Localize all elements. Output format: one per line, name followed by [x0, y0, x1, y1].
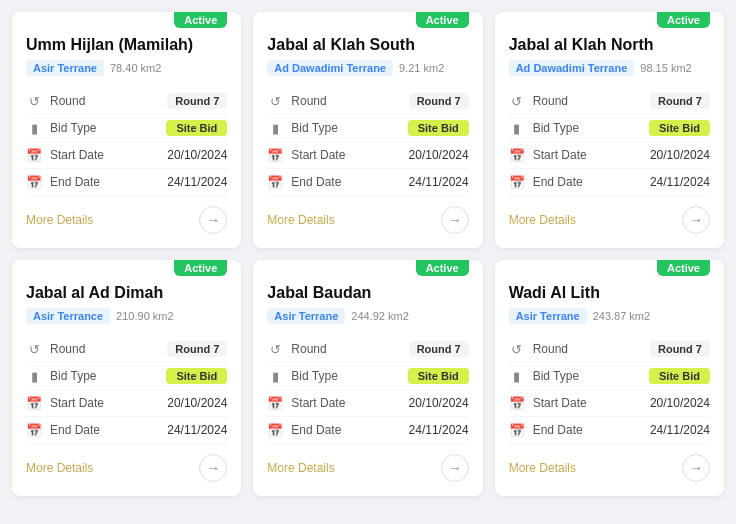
round-icon: ↺: [509, 93, 525, 109]
area-text: 98.15 km2: [640, 62, 691, 74]
bid-type-icon: ▮: [26, 368, 42, 384]
end-date-label: End Date: [50, 423, 100, 437]
round-icon: ↺: [26, 93, 42, 109]
start-date-label: Start Date: [533, 396, 587, 410]
round-icon: ↺: [267, 93, 283, 109]
card-meta: Asir Terrance 210.90 km2: [26, 308, 227, 324]
round-label: Round: [50, 342, 85, 356]
start-date-label: Start Date: [291, 148, 345, 162]
start-date-icon: 📅: [267, 147, 283, 163]
end-date-row: 📅 End Date 24/11/2024: [509, 417, 710, 444]
details-arrow-button[interactable]: →: [682, 454, 710, 482]
bid-type-icon: ▮: [509, 120, 525, 136]
bid-type-value: Site Bid: [649, 120, 710, 136]
start-date-label: Start Date: [50, 396, 104, 410]
start-date-label: Start Date: [291, 396, 345, 410]
bid-type-value: Site Bid: [166, 368, 227, 384]
bid-type-row: ▮ Bid Type Site Bid: [26, 363, 227, 390]
round-value: Round 7: [650, 341, 710, 357]
bid-type-icon: ▮: [509, 368, 525, 384]
card-title: Umm Hijlan (Mamilah): [26, 36, 227, 54]
active-badge: Active: [416, 12, 469, 28]
more-details-link[interactable]: More Details: [509, 213, 576, 227]
terrain-badge: Asir Terrane: [267, 308, 345, 324]
end-date-value: 24/11/2024: [167, 175, 227, 189]
round-row: ↺ Round Round 7: [267, 336, 468, 363]
card-card-2: Active Jabal al Klah South Ad Dawadimi T…: [253, 12, 482, 248]
end-date-label: End Date: [291, 175, 341, 189]
round-row: ↺ Round Round 7: [26, 336, 227, 363]
more-details-link[interactable]: More Details: [26, 213, 93, 227]
terrain-badge: Asir Terrance: [26, 308, 110, 324]
more-details-link[interactable]: More Details: [267, 461, 334, 475]
start-date-icon: 📅: [509, 395, 525, 411]
start-date-row: 📅 Start Date 20/10/2024: [26, 142, 227, 169]
terrain-badge: Asir Terrane: [509, 308, 587, 324]
bid-type-label: Bid Type: [50, 121, 96, 135]
end-date-icon: 📅: [509, 174, 525, 190]
start-date-value: 20/10/2024: [650, 148, 710, 162]
card-footer: More Details →: [509, 454, 710, 482]
round-icon: ↺: [267, 341, 283, 357]
bid-type-icon: ▮: [267, 368, 283, 384]
end-date-icon: 📅: [267, 174, 283, 190]
active-badge: Active: [657, 12, 710, 28]
start-date-label: Start Date: [533, 148, 587, 162]
bid-type-label: Bid Type: [533, 369, 579, 383]
start-date-icon: 📅: [26, 395, 42, 411]
details-arrow-button[interactable]: →: [441, 206, 469, 234]
area-text: 244.92 km2: [351, 310, 408, 322]
more-details-link[interactable]: More Details: [267, 213, 334, 227]
start-date-value: 20/10/2024: [167, 148, 227, 162]
area-text: 78.40 km2: [110, 62, 161, 74]
end-date-value: 24/11/2024: [650, 423, 710, 437]
card-card-6: Active Wadi Al Lith Asir Terrane 243.87 …: [495, 260, 724, 496]
bid-type-value: Site Bid: [649, 368, 710, 384]
round-icon: ↺: [509, 341, 525, 357]
round-value: Round 7: [650, 93, 710, 109]
start-date-value: 20/10/2024: [650, 396, 710, 410]
round-label: Round: [533, 94, 568, 108]
end-date-value: 24/11/2024: [409, 175, 469, 189]
end-date-row: 📅 End Date 24/11/2024: [267, 169, 468, 196]
round-label: Round: [291, 342, 326, 356]
more-details-link[interactable]: More Details: [509, 461, 576, 475]
details-arrow-button[interactable]: →: [441, 454, 469, 482]
start-date-icon: 📅: [509, 147, 525, 163]
terrain-badge: Ad Dawadimi Terrane: [267, 60, 393, 76]
details-arrow-button[interactable]: →: [199, 454, 227, 482]
round-label: Round: [50, 94, 85, 108]
start-date-label: Start Date: [50, 148, 104, 162]
details-arrow-button[interactable]: →: [682, 206, 710, 234]
end-date-label: End Date: [533, 175, 583, 189]
bid-type-value: Site Bid: [408, 368, 469, 384]
start-date-value: 20/10/2024: [167, 396, 227, 410]
more-details-link[interactable]: More Details: [26, 461, 93, 475]
active-badge: Active: [657, 260, 710, 276]
end-date-icon: 📅: [509, 422, 525, 438]
area-text: 243.87 km2: [593, 310, 650, 322]
card-footer: More Details →: [509, 206, 710, 234]
bid-type-value: Site Bid: [408, 120, 469, 136]
start-date-row: 📅 Start Date 20/10/2024: [509, 390, 710, 417]
card-meta: Ad Dawadimi Terrane 9.21 km2: [267, 60, 468, 76]
start-date-row: 📅 Start Date 20/10/2024: [267, 390, 468, 417]
start-date-row: 📅 Start Date 20/10/2024: [509, 142, 710, 169]
cards-grid: Active Umm Hijlan (Mamilah) Asir Terrane…: [12, 12, 724, 496]
bid-type-icon: ▮: [26, 120, 42, 136]
details-arrow-button[interactable]: →: [199, 206, 227, 234]
end-date-value: 24/11/2024: [167, 423, 227, 437]
card-footer: More Details →: [26, 206, 227, 234]
round-row: ↺ Round Round 7: [509, 336, 710, 363]
active-badge: Active: [174, 12, 227, 28]
start-date-icon: 📅: [267, 395, 283, 411]
start-date-value: 20/10/2024: [409, 148, 469, 162]
round-label: Round: [291, 94, 326, 108]
round-row: ↺ Round Round 7: [26, 88, 227, 115]
bid-type-icon: ▮: [267, 120, 283, 136]
end-date-row: 📅 End Date 24/11/2024: [267, 417, 468, 444]
card-title: Jabal al Klah North: [509, 36, 710, 54]
bid-type-label: Bid Type: [533, 121, 579, 135]
card-title: Jabal Baudan: [267, 284, 468, 302]
bid-type-row: ▮ Bid Type Site Bid: [267, 115, 468, 142]
